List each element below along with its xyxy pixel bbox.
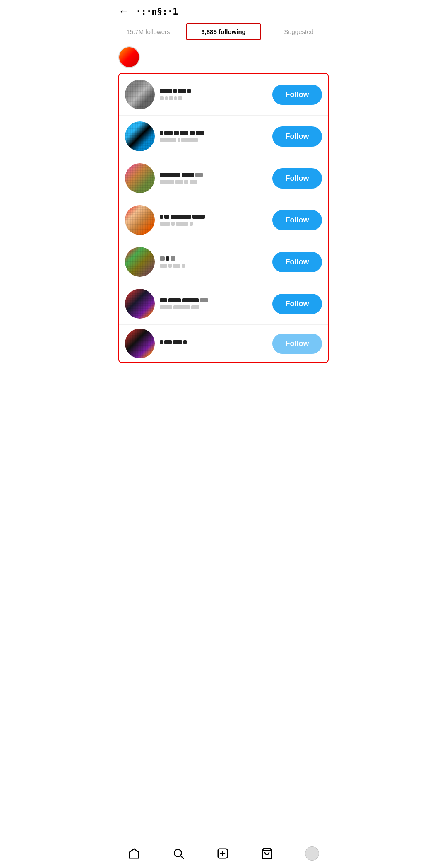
user-info	[160, 298, 267, 309]
table-row: Follow	[119, 283, 328, 325]
table-row: Follow	[119, 157, 328, 199]
tab-suggested[interactable]: Suggested	[262, 22, 335, 41]
user-info	[160, 215, 267, 226]
follow-button[interactable]: Follow	[272, 126, 322, 147]
follow-button[interactable]: Follow	[272, 210, 322, 230]
avatar[interactable]	[125, 329, 155, 358]
nav-shop[interactable]	[261, 847, 273, 860]
nav-create[interactable]	[216, 847, 229, 860]
user-list: Follow Follow	[118, 73, 329, 363]
profile-avatar	[305, 846, 319, 861]
avatar[interactable]	[125, 163, 155, 193]
nav-home[interactable]	[128, 847, 140, 860]
follow-button[interactable]: Follow	[272, 85, 322, 105]
tab-followers[interactable]: 15.7M followers	[112, 22, 185, 41]
header-avatar-row	[112, 43, 335, 71]
user-info	[160, 340, 267, 347]
user-info	[160, 89, 267, 100]
table-row: Follow	[119, 325, 328, 362]
user-info	[160, 173, 267, 184]
nav-search[interactable]	[172, 847, 185, 860]
svg-line-1	[180, 856, 183, 859]
bottom-nav	[112, 841, 335, 868]
nav-profile[interactable]	[305, 846, 319, 861]
user-info	[160, 131, 267, 142]
avatar[interactable]	[125, 205, 155, 235]
table-row: Follow	[119, 116, 328, 157]
follow-button[interactable]: Follow	[272, 334, 322, 354]
table-row: Follow	[119, 199, 328, 241]
avatar[interactable]	[125, 247, 155, 277]
user-info	[160, 256, 267, 268]
avatar[interactable]	[125, 80, 155, 109]
avatar[interactable]	[125, 121, 155, 151]
follow-button[interactable]: Follow	[272, 294, 322, 314]
table-row: Follow	[119, 241, 328, 283]
header-avatar[interactable]	[118, 46, 140, 68]
follow-button[interactable]: Follow	[272, 252, 322, 272]
header-username: ·:·n§:·1	[136, 6, 178, 17]
follow-button[interactable]: Follow	[272, 168, 322, 189]
back-button[interactable]: ←	[118, 6, 129, 17]
tabs-row: 15.7M followers 3,885 following Suggeste…	[112, 21, 335, 43]
avatar[interactable]	[125, 289, 155, 319]
table-row: Follow	[119, 74, 328, 116]
tab-following[interactable]: 3,885 following	[186, 23, 261, 40]
header: ← ·:·n§:·1	[112, 0, 335, 21]
